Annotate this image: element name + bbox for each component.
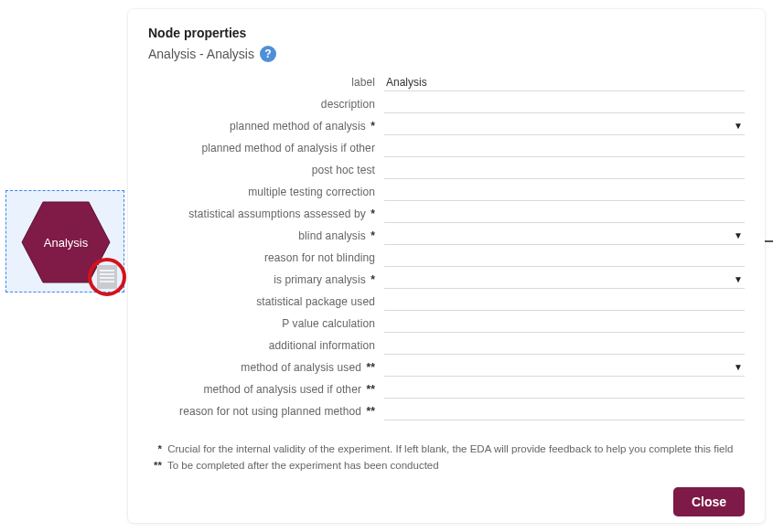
field-label-p_value_calc: P value calculation xyxy=(148,317,384,330)
method_used_other-input[interactable] xyxy=(384,380,745,399)
required-single-icon: * xyxy=(366,273,375,286)
stat_assumptions-input[interactable] xyxy=(384,205,745,223)
field-wrap-planned_method: ▼ xyxy=(384,117,745,135)
multiple_testing-input[interactable] xyxy=(384,183,745,201)
field-row-reason_not_blinding: reason for not blinding xyxy=(148,247,745,269)
field-wrap-method_used: ▼ xyxy=(384,358,745,377)
field-row-stat_package: statistical package used xyxy=(148,291,745,313)
method_used-select[interactable] xyxy=(384,358,745,377)
field-label-additional_info: additional information xyxy=(148,339,384,352)
field-wrap-planned_method_other xyxy=(384,139,745,157)
footnote-single: Crucial for the internal validity of the… xyxy=(167,443,733,454)
field-row-label: label xyxy=(148,71,745,93)
field-label-method_used_other: method of analysis used if other ** xyxy=(148,383,384,396)
field-label-blind_analysis: blind analysis * xyxy=(148,229,384,242)
field-label-post_hoc: post hoc test xyxy=(148,164,384,176)
field-wrap-stat_package xyxy=(384,293,745,311)
field-row-planned_method: planned method of analysis *▼ xyxy=(148,115,745,137)
field-row-post_hoc: post hoc test xyxy=(148,159,745,181)
description-input[interactable] xyxy=(384,95,745,113)
blind_analysis-select[interactable] xyxy=(384,227,745,245)
post_hoc-input[interactable] xyxy=(384,161,745,179)
is_primary-select[interactable] xyxy=(384,271,745,289)
field-label-planned_method_other: planned method of analysis if other xyxy=(148,142,384,154)
field-row-blind_analysis: blind analysis *▼ xyxy=(148,225,745,247)
field-label-planned_method: planned method of analysis * xyxy=(148,120,384,133)
field-row-method_used: method of analysis used **▼ xyxy=(148,356,745,378)
field-row-description: description xyxy=(148,93,745,115)
field-row-p_value_calc: P value calculation xyxy=(148,313,745,335)
field-label-description: description xyxy=(148,98,384,111)
planned_method_other-input[interactable] xyxy=(384,139,745,157)
field-wrap-label xyxy=(384,73,745,91)
reason_not_planned-input[interactable] xyxy=(384,402,745,420)
document-icon xyxy=(97,265,117,289)
field-label-multiple_testing: multiple testing correction xyxy=(148,186,384,198)
field-row-stat_assumptions: statistical assumptions assessed by * xyxy=(148,203,745,225)
field-wrap-post_hoc xyxy=(384,161,745,179)
node-properties-panel: Node properties Analysis - Analysis ? la… xyxy=(128,9,765,523)
required-double-icon: ** xyxy=(361,405,375,418)
panel-subtitle: Analysis - Analysis ? xyxy=(148,46,745,62)
panel-title: Node properties xyxy=(148,26,745,40)
close-button[interactable]: Close xyxy=(673,487,745,516)
properties-form: labeldescriptionplanned method of analys… xyxy=(148,71,745,422)
field-row-multiple_testing: multiple testing correction xyxy=(148,181,745,203)
field-wrap-multiple_testing xyxy=(384,183,745,201)
field-wrap-method_used_other xyxy=(384,380,745,399)
planned_method-select[interactable] xyxy=(384,117,745,135)
field-row-reason_not_planned: reason for not using planned method ** xyxy=(148,400,745,422)
required-single-icon: * xyxy=(366,229,375,242)
field-row-planned_method_other: planned method of analysis if other xyxy=(148,137,745,159)
required-double-icon: ** xyxy=(361,383,375,396)
required-double-icon: ** xyxy=(361,361,375,374)
field-wrap-reason_not_planned xyxy=(384,402,745,420)
field-label-stat_package: statistical package used xyxy=(148,295,384,308)
additional_info-input[interactable] xyxy=(384,336,745,355)
field-label-method_used: method of analysis used ** xyxy=(148,361,384,374)
field-wrap-is_primary: ▼ xyxy=(384,271,745,289)
field-wrap-additional_info xyxy=(384,336,745,355)
label-input[interactable] xyxy=(384,73,745,91)
field-row-method_used_other: method of analysis used if other ** xyxy=(148,378,745,400)
footnotes: * Crucial for the internal validity of t… xyxy=(148,441,745,474)
field-wrap-description xyxy=(384,95,745,113)
node-properties-badge[interactable] xyxy=(88,258,126,296)
required-single-icon: * xyxy=(366,207,375,220)
field-wrap-reason_not_blinding xyxy=(384,249,745,267)
stat_package-input[interactable] xyxy=(384,293,745,311)
field-row-additional_info: additional information xyxy=(148,335,745,356)
field-wrap-stat_assumptions xyxy=(384,205,745,223)
field-label-reason_not_planned: reason for not using planned method ** xyxy=(148,405,384,418)
field-row-is_primary: is primary analysis *▼ xyxy=(148,269,745,291)
footnote-double: To be completed after the experiment has… xyxy=(167,460,439,471)
reason_not_blinding-input[interactable] xyxy=(384,249,745,267)
field-wrap-p_value_calc xyxy=(384,314,745,333)
field-label-is_primary: is primary analysis * xyxy=(148,273,384,286)
field-label-reason_not_blinding: reason for not blinding xyxy=(148,251,384,264)
p_value_calc-input[interactable] xyxy=(384,314,745,333)
subtitle-text: Analysis - Analysis xyxy=(148,47,254,61)
field-label-stat_assumptions: statistical assumptions assessed by * xyxy=(148,207,384,220)
help-icon[interactable]: ? xyxy=(260,46,276,62)
required-single-icon: * xyxy=(366,120,375,133)
field-wrap-blind_analysis: ▼ xyxy=(384,227,745,245)
field-label-label: label xyxy=(148,76,384,89)
